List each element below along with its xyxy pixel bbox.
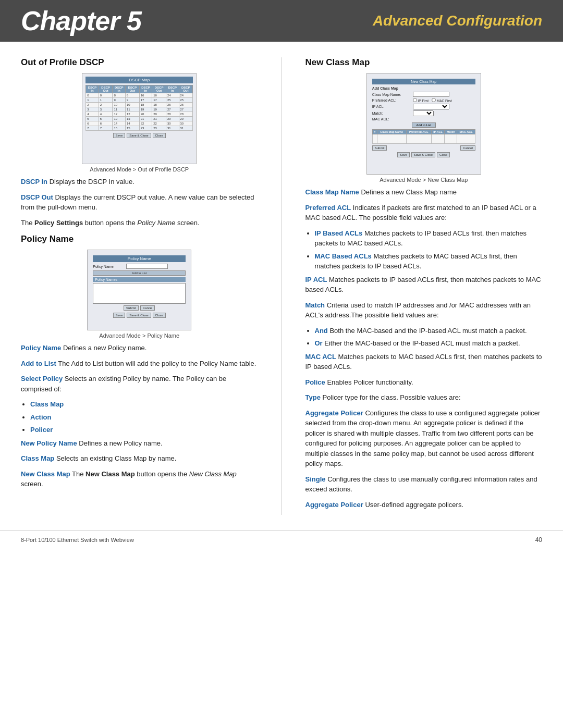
single-label: Single [305,475,326,483]
type-label: Type [305,393,321,401]
page-footer: 8-Port 10/100 Ethernet Switch with Webvi… [0,530,563,549]
preferred-acl-radios: IP First MAC First [413,98,452,103]
dscp-save-btn[interactable]: Save [113,133,126,138]
new-class-map-end: screen. [21,480,43,488]
match-select[interactable] [413,110,434,116]
preferred-acl-label: Preferred ACL: [372,98,411,102]
police-block: Police Enables Policer functionality. [305,377,543,388]
match-desc: Criteria used to match IP addresses and … [305,301,531,319]
content-area: Out of Profile DSCP DSCP Map DSCP In DSC… [0,42,563,525]
mac-first-radio[interactable]: MAC First [432,98,452,103]
aggregate-policer-block: Aggregate Policer Configures the class t… [305,408,543,469]
policy-save-close-btn[interactable]: Save & Close [127,313,151,318]
policy-save-row: Save Save & Close Close [93,313,186,318]
out-of-profile-heading: Out of Profile DSCP [21,57,258,68]
list-item: IP Based ACLs Matches packets to IP base… [315,228,543,249]
policy-name-italic: Policy Name [137,219,175,227]
list-item: Policer [30,425,258,435]
mac-based-acl-label: MAC Based ACLs [315,252,372,260]
aggregate-policer-label: Aggregate Policer [305,409,363,417]
match-bullets: And Both the MAC-based and the IP-based … [315,326,543,349]
single-block: Single Configures the class to use manua… [305,474,543,495]
policy-name-desc-bold: Policy Name [21,344,61,352]
policy-submit-btn[interactable]: Submit [124,305,139,311]
dscp-table-header: DSCP Map [85,77,193,83]
mac-acl-row: MAC ACL: [372,117,475,121]
policy-field-row: Policy Name: [93,264,186,269]
preferred-acl-bullets: IP Based ACLs Matches packets to IP base… [315,228,543,272]
section-title: Advanced Configuration [373,13,542,29]
page-header: Chapter 5 Advanced Configuration [0,0,563,42]
classmap-add-list-btn[interactable]: Add to List [412,122,436,128]
new-policy-name-block: New Policy Name Defines a new Policy nam… [21,438,258,449]
policer-bullet: Policer [30,426,53,434]
dscp-save-close-btn[interactable]: Save & Close [127,133,151,138]
classmap-inner: New Class Map Add Class Map Class Map Na… [370,77,478,159]
add-to-list-label: Add to List [21,360,56,367]
policy-bottom-btns: Submit Cancel [93,305,186,311]
dscp-screenshot-container: DSCP Map DSCP In DSCP Out DSCP In DSCP O… [21,73,258,172]
policy-bullet-list: Class Map Action Policer [30,399,258,435]
select-policy-label: Select Policy [21,375,63,382]
policy-addlist-btn[interactable]: Add to List [93,270,186,276]
classmap-name-input[interactable] [413,92,449,97]
list-item: Or Either the MAC-based or the IP-based … [315,338,543,349]
dscp-close-btn[interactable]: Close [153,133,166,138]
classmap-table: # Class Map Name Preferred ACL IP ACL Ma… [372,129,475,144]
new-policy-name-text: Defines a new Policy name. [79,439,162,447]
right-column: New Class Map New Class Map Add Class Ma… [305,57,543,515]
classmap-close-btn[interactable]: Close [437,152,450,157]
policy-header: Policy Name [93,255,186,262]
dscp-in-block: DSCP In Displays the DSCP In value. [21,177,258,187]
chapter-title: Chapter 5 [21,5,141,36]
classmap-submit-btn[interactable]: Submit [372,145,387,151]
match-row: Match: [372,110,475,116]
table-row [372,134,475,144]
dscp-table: DSCP In DSCP Out DSCP In DSCP Out DSCP I… [85,85,193,131]
dscp-in-text: Displays the DSCP In value. [50,178,134,186]
policy-save-btn[interactable]: Save [113,313,126,318]
preferred-acl-row: Preferred ACL: IP First MAC First [372,98,475,103]
list-item: And Both the MAC-based and the IP-based … [315,326,543,336]
policy-settings-end: screen. [177,219,200,227]
dscp-screenshot: DSCP Map DSCP In DSCP Out DSCP In DSCP O… [82,73,197,164]
policy-cancel-btn[interactable]: Cancel [140,305,155,311]
classmap-header: New Class Map [372,79,475,84]
policy-close-btn[interactable]: Close [153,313,166,318]
class-map-name-label: Class Map Name [305,188,359,196]
new-class-map-block: New Class Map The New Class Map button o… [21,469,258,489]
aggregate-policer2-label: Aggregate Policer [305,501,363,509]
policy-name-input[interactable] [126,264,168,269]
action-bullet: Action [30,413,51,421]
classmap-screenshot: New Class Map Add Class Map Class Map Na… [366,73,481,175]
and-label: And [315,327,328,335]
mac-acl-label-text: MAC ACL [305,353,336,361]
classmap-cancel-btn[interactable]: Cancel [460,145,475,151]
ip-acl-select[interactable] [413,104,449,109]
or-text: Either the MAC-based or the IP-based ACL… [324,339,520,347]
aggregate-policer2-block: Aggregate Policer User-defined aggregate… [305,500,543,510]
new-class-map-pre: The [72,470,85,478]
classmap-name-label: Class Map Name: [372,93,411,96]
class-map-select-block: Class Map Selects an existing Class Map … [21,453,258,464]
type-desc: Policer type for the class. Possible val… [323,393,461,401]
ip-acl-block: IP ACL Matches packets to IP based ACLs … [305,275,543,295]
class-map-bullet: Class Map [30,400,64,408]
ip-first-radio[interactable]: IP First [413,98,429,103]
add-to-list-block: Add to List The Add to List button will … [21,359,258,369]
dscp-out-text: Displays the current DSCP out value. A n… [21,193,254,212]
ip-acl-row: IP ACL: [372,104,475,109]
footer-left-text: 8-Port 10/100 Ethernet Switch with Webvi… [21,537,134,543]
policy-settings-suffix: button opens the [85,219,136,227]
class-map-name-desc: Defines a new Class Map name [361,188,457,196]
left-column: Out of Profile DSCP DSCP Map DSCP In DSC… [21,57,258,515]
match-block: Match Criteria used to match IP addresse… [305,300,543,320]
police-label: Police [305,378,325,386]
dscp-out-label: DSCP Out [21,193,53,201]
policy-textarea[interactable] [93,283,186,304]
ip-acl-label-cm: IP ACL: [372,105,411,108]
classmap-save-close-btn[interactable]: Save & Close [411,152,435,157]
list-item: Class Map [30,399,258,410]
classmap-save-btn[interactable]: Save [397,152,410,157]
classmap-name-row: Class Map Name: [372,92,475,97]
